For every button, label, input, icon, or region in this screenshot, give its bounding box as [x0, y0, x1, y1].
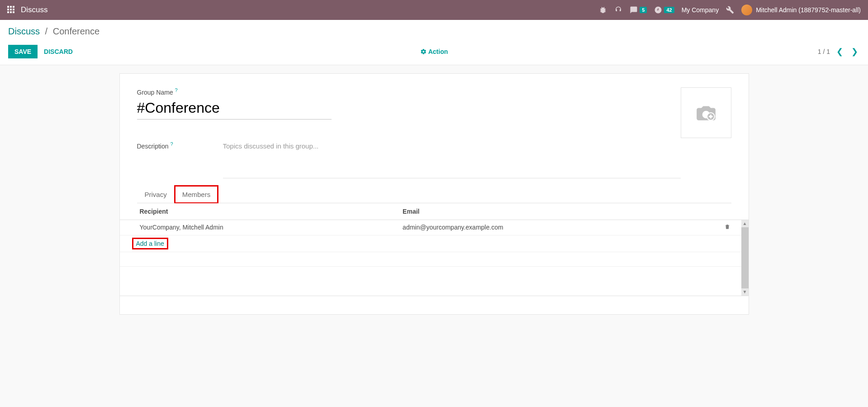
image-upload[interactable]	[681, 87, 731, 138]
bug-icon[interactable]	[599, 6, 607, 14]
top-navbar: Discuss 5 42 My Company Mitchell Admin (…	[0, 0, 868, 20]
table-row[interactable]: YourCompany, Mitchell Admin admin@yourco…	[120, 220, 749, 235]
tab-privacy[interactable]: Privacy	[137, 186, 175, 203]
messages-badge: 5	[640, 7, 647, 13]
column-email: Email	[396, 203, 721, 220]
discard-button[interactable]: DISCARD	[38, 45, 79, 58]
column-recipient: Recipient	[120, 203, 397, 220]
breadcrumb-current: Conference	[53, 26, 100, 36]
scroll-up-icon[interactable]: ▲	[741, 220, 749, 227]
help-icon[interactable]: ?	[175, 87, 178, 93]
help-icon[interactable]: ?	[170, 141, 173, 147]
group-name-label: Group Name ?	[137, 87, 681, 96]
group-name-input[interactable]	[137, 99, 332, 120]
pager-prev-icon[interactable]: ❮	[835, 47, 845, 57]
add-line-row: Add a line	[120, 235, 749, 252]
action-label: Action	[428, 48, 448, 55]
tabs: Privacy Members	[137, 186, 731, 203]
pager-next-icon[interactable]: ❯	[849, 47, 860, 57]
tab-members[interactable]: Members	[175, 186, 218, 203]
company-name[interactable]: My Company	[682, 6, 719, 14]
form-sheet: Group Name ? Description ?	[119, 73, 749, 315]
camera-plus-icon	[693, 101, 720, 124]
cell-email: admin@yourcompany.example.com	[396, 220, 704, 235]
scroll-down-icon[interactable]: ▼	[741, 288, 749, 296]
breadcrumb-bar: Discuss / Conference	[0, 20, 868, 41]
delete-row-icon[interactable]	[724, 224, 730, 231]
tools-icon[interactable]	[726, 6, 734, 14]
clock-icon[interactable]: 42	[654, 6, 674, 14]
breadcrumb-root[interactable]: Discuss	[8, 26, 40, 36]
save-button[interactable]: SAVE	[8, 45, 38, 58]
gear-icon	[420, 48, 427, 55]
user-menu[interactable]: Mitchell Admin (18879752-master-all)	[741, 5, 861, 15]
description-label: Description ?	[137, 141, 182, 150]
avatar	[741, 5, 752, 15]
description-input[interactable]	[223, 141, 681, 178]
table-scrollbar[interactable]: ▲ ▼	[741, 220, 749, 296]
add-line-button[interactable]: Add a line	[133, 239, 167, 248]
action-dropdown[interactable]: Action	[420, 48, 448, 55]
pager-text: 1 / 1	[818, 48, 830, 55]
messages-icon[interactable]: 5	[630, 6, 647, 14]
user-name: Mitchell Admin (18879752-master-all)	[756, 6, 861, 14]
phone-icon[interactable]	[614, 6, 622, 14]
breadcrumb-separator: /	[45, 26, 48, 36]
toolbar: SAVE DISCARD Action 1 / 1 ❮ ❯	[0, 41, 868, 65]
apps-menu-icon[interactable]	[7, 6, 15, 14]
clock-badge: 42	[664, 7, 674, 13]
cell-recipient: YourCompany, Mitchell Admin	[120, 220, 397, 235]
breadcrumb: Discuss / Conference	[8, 26, 860, 37]
app-title[interactable]: Discuss	[21, 5, 48, 14]
